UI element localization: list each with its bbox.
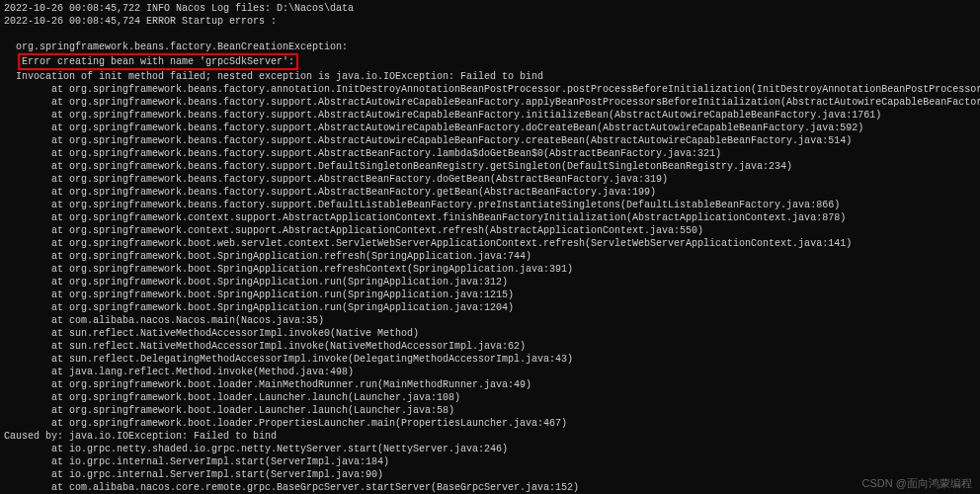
stack-frame: at org.springframework.beans.factory.sup… — [4, 109, 976, 122]
stack-frame: at org.springframework.boot.web.servlet.… — [4, 237, 976, 250]
stack-frame: at org.springframework.beans.factory.sup… — [4, 160, 976, 173]
stack-frame: at org.springframework.boot.loader.Launc… — [4, 404, 976, 417]
log-error-line: 2022-10-26 00:08:45,724 ERROR Startup er… — [4, 15, 976, 28]
stack-frame: at org.springframework.beans.factory.sup… — [4, 134, 976, 147]
stack-frame: at org.springframework.beans.factory.sup… — [4, 173, 976, 186]
stack-frame: at org.springframework.boot.loader.Prope… — [4, 417, 976, 430]
stack-frame: at org.springframework.beans.factory.sup… — [4, 96, 976, 109]
stack-frame: at org.springframework.beans.factory.sup… — [4, 122, 976, 134]
caused-stack-frame: at io.grpc.internal.ServerImpl.start(Ser… — [4, 455, 976, 468]
stack-frame: at org.springframework.boot.loader.Launc… — [4, 391, 976, 404]
caused-stack-trace: at io.grpc.netty.shaded.io.grpc.netty.Ne… — [4, 443, 976, 494]
stack-frame: at org.springframework.boot.SpringApplic… — [4, 276, 976, 288]
log-info-line: 2022-10-26 00:08:45,722 INFO Nacos Log f… — [4, 2, 976, 15]
stack-frame: at org.springframework.boot.SpringApplic… — [4, 301, 976, 314]
stack-trace: at org.springframework.beans.factory.ann… — [4, 83, 976, 430]
stack-frame: at sun.reflect.NativeMethodAccessorImpl.… — [4, 340, 976, 353]
stack-frame: at org.springframework.beans.factory.sup… — [4, 199, 976, 211]
stack-frame: at sun.reflect.DelegatingMethodAccessorI… — [4, 353, 976, 366]
exception-prefix: org.springframework.beans.factory.BeanCr… — [16, 41, 348, 52]
stack-frame: at org.springframework.beans.factory.ann… — [4, 83, 976, 96]
caused-stack-frame: at io.grpc.netty.shaded.io.grpc.netty.Ne… — [4, 443, 976, 455]
exception-suffix: Invocation of init method failed; nested… — [16, 71, 543, 82]
caused-stack-frame: at io.grpc.internal.ServerImpl.start(Ser… — [4, 468, 976, 481]
csdn-watermark: CSDN @面向鸿蒙编程 — [862, 476, 972, 490]
stack-frame: at org.springframework.beans.factory.sup… — [4, 147, 976, 160]
stack-frame: at java.lang.reflect.Method.invoke(Metho… — [4, 366, 976, 378]
stack-frame: at org.springframework.boot.SpringApplic… — [4, 263, 976, 276]
stack-frame: at org.springframework.context.support.A… — [4, 224, 976, 237]
stack-frame: at sun.reflect.NativeMethodAccessorImpl.… — [4, 327, 976, 340]
error-highlight: Error creating bean with name 'grpcSdkSe… — [18, 53, 298, 70]
stack-frame: at org.springframework.boot.SpringApplic… — [4, 250, 976, 263]
stack-frame: at org.springframework.boot.SpringApplic… — [4, 288, 976, 301]
caused-stack-frame: at com.alibaba.nacos.core.remote.grpc.Ba… — [4, 481, 976, 494]
stack-frame: at org.springframework.boot.loader.MainM… — [4, 378, 976, 391]
stack-frame: at org.springframework.beans.factory.sup… — [4, 186, 976, 199]
stack-frame: at org.springframework.context.support.A… — [4, 211, 976, 224]
exception-line: org.springframework.beans.factory.BeanCr… — [4, 28, 976, 83]
stack-frame: at com.alibaba.nacos.Nacos.main(Nacos.ja… — [4, 314, 976, 327]
caused-by-line: Caused by: java.io.IOException: Failed t… — [4, 430, 976, 443]
